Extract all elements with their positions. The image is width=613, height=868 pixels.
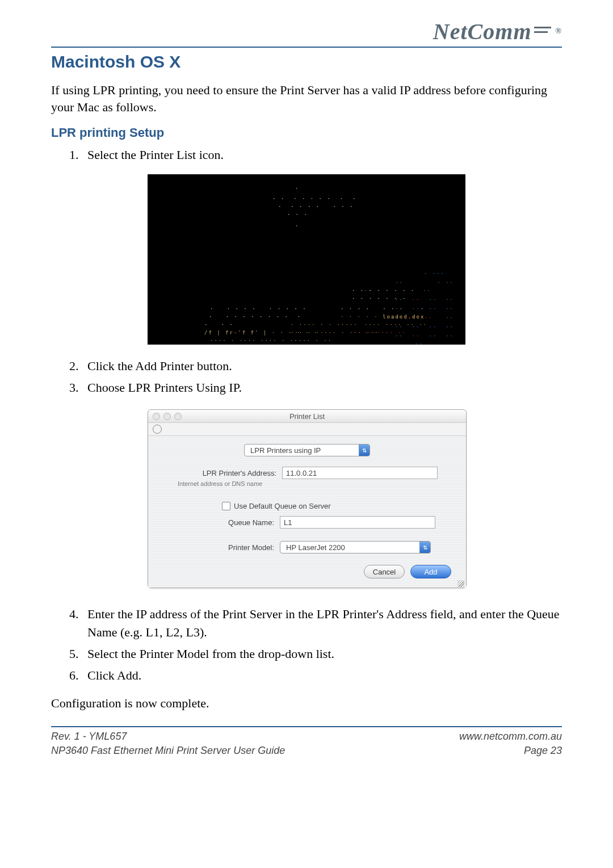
dropdown-value: LPR Printers using IP <box>245 446 359 455</box>
step-item: Select the Printer Model from the drop-d… <box>82 645 562 663</box>
footer-rev: Rev. 1 - YML657 <box>51 729 285 743</box>
steps-list-3: Enter the IP address of the Print Server… <box>51 605 562 685</box>
step-item: Click the Add Printer button. <box>82 357 562 375</box>
window-titlebar[interactable]: Printer List <box>148 410 466 423</box>
step-item: Select the Printer List icon. <box>82 146 562 164</box>
step-item: Click Add. <box>82 666 562 685</box>
add-button[interactable]: Add <box>410 565 451 578</box>
default-queue-checkbox[interactable] <box>222 502 230 510</box>
intro-paragraph: If using LPR printing, you need to ensur… <box>51 82 562 115</box>
footer-doc-title: NP3640 Fast Ethernet Mini Print Server U… <box>51 744 285 757</box>
address-label: LPR Printer's Address: <box>163 469 282 477</box>
step-item: Enter the IP address of the Print Server… <box>82 605 562 641</box>
model-value: HP LaserJet 2200 <box>280 543 419 552</box>
queue-value: L1 <box>284 518 292 527</box>
footer-url: www.netcomm.com.au <box>459 729 562 743</box>
queue-input[interactable]: L1 <box>280 516 435 529</box>
chevron-updown-icon: ⇅ <box>359 445 370 456</box>
default-queue-label: Use Default Queue on Server <box>234 502 331 510</box>
brand-logo: NetComm ® <box>433 18 562 45</box>
header-rule <box>51 47 562 48</box>
queue-label: Queue Name: <box>163 518 280 527</box>
screenshot-desktop: · · · · · · · · · · · · · · · · · · · · … <box>148 174 465 345</box>
steps-list-1: Select the Printer List icon. <box>51 146 562 164</box>
address-value: 11.0.0.21 <box>286 469 317 477</box>
brand-name: NetComm <box>433 18 532 45</box>
registered-mark: ® <box>556 27 562 36</box>
page-footer: Rev. 1 - YML657 NP3640 Fast Ethernet Min… <box>51 727 562 757</box>
conclusion: Configuration is now complete. <box>51 695 562 712</box>
address-input[interactable]: 11.0.0.21 <box>282 467 438 479</box>
resize-grip-icon[interactable] <box>457 580 464 587</box>
address-hint: Internet address or DNS name <box>178 480 451 487</box>
window-title: Printer List <box>148 412 466 421</box>
cancel-label: Cancel <box>373 568 396 576</box>
chevron-updown-icon: ⇅ <box>419 542 430 553</box>
step-item: Choose LPR Printers Using IP. <box>82 379 562 397</box>
printer-list-window: Printer List LPR Printers using IP ⇅ LPR… <box>148 409 467 588</box>
subsection-title: LPR printing Setup <box>51 125 562 140</box>
connection-type-dropdown[interactable]: LPR Printers using IP ⇅ <box>244 444 370 456</box>
window-toolbar <box>148 423 466 436</box>
brand-lines-icon <box>534 24 553 38</box>
printer-model-dropdown[interactable]: HP LaserJet 2200 ⇅ <box>280 541 431 553</box>
cancel-button[interactable]: Cancel <box>364 565 405 578</box>
model-label: Printer Model: <box>163 543 280 552</box>
section-title: Macintosh OS X <box>51 52 562 72</box>
footer-page: Page 23 <box>459 744 562 757</box>
add-label: Add <box>424 568 437 576</box>
steps-list-2: Click the Add Printer button. Choose LPR… <box>51 357 562 397</box>
brand-bar: NetComm ® <box>51 17 562 45</box>
globe-icon[interactable] <box>153 425 162 434</box>
